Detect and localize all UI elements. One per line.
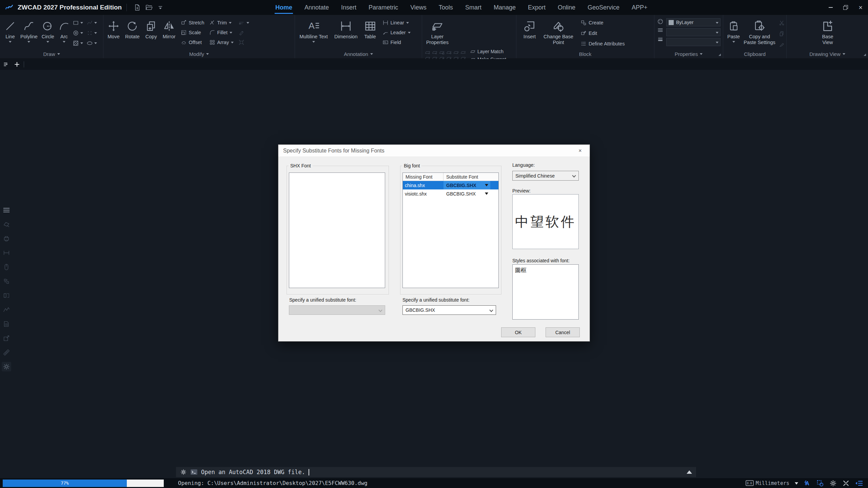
spline-button[interactable] — [86, 18, 97, 27]
units-indicator[interactable]: 0.0 Millimeters — [746, 480, 789, 486]
mirror-button[interactable]: Mirror — [161, 18, 177, 40]
linetype-icon[interactable] — [657, 27, 664, 34]
edit-block-button[interactable]: Edit — [579, 29, 626, 38]
field-button[interactable]: Field — [381, 38, 412, 47]
move-button[interactable]: Move — [106, 18, 121, 40]
command-line-bar[interactable]: Open an AutoCAD 2018 DWG file. — [176, 467, 696, 477]
lineweight-dropdown[interactable] — [666, 38, 721, 46]
smart-voice-tool-icon[interactable] — [2, 277, 11, 286]
restore-button[interactable] — [838, 0, 853, 15]
export-tool-icon[interactable] — [2, 333, 11, 343]
cancel-button[interactable]: Cancel — [546, 327, 580, 337]
dialog-close-icon[interactable]: × — [575, 148, 585, 154]
layer-walk-icon[interactable] — [453, 50, 459, 55]
match-properties-button[interactable] — [778, 40, 786, 49]
panel-label-drawing-view[interactable]: Drawing View — [787, 50, 868, 58]
substitute-font-cell[interactable]: GBCBIG.SHX — [443, 181, 490, 189]
ok-button[interactable]: OK — [501, 327, 535, 337]
dropdown-caret-icon[interactable] — [485, 184, 488, 188]
tab-insert[interactable]: Insert — [341, 0, 356, 15]
layer-isolate-icon[interactable] — [460, 50, 466, 55]
open-file-button[interactable] — [143, 2, 155, 13]
change-base-point-button[interactable]: Change Base Point — [542, 18, 575, 46]
edit-polyline-button[interactable] — [237, 18, 250, 27]
array-button[interactable]: Array — [208, 38, 235, 47]
hatch-button[interactable] — [73, 39, 83, 47]
polyline-button[interactable]: Polyline — [19, 18, 39, 45]
layer-properties-button[interactable]: Layer Properties — [425, 18, 450, 46]
expand-command-history-button[interactable] — [687, 468, 692, 474]
copy-clip-button[interactable] — [778, 29, 786, 38]
shx-font-list[interactable] — [289, 172, 385, 288]
dropdown-caret-icon[interactable] — [485, 192, 488, 197]
lineweight-icon[interactable] — [657, 36, 664, 42]
dimension-button[interactable]: Dimension — [333, 18, 359, 40]
panel-launcher-icon[interactable] — [864, 54, 866, 56]
paste-button[interactable]: Paste — [726, 18, 741, 45]
big-font-table[interactable]: Missing Font Substitute Font china.shx G… — [402, 172, 499, 288]
block-compare-tool-icon[interactable] — [2, 291, 11, 300]
panel-label-modify[interactable]: Modify — [103, 50, 295, 58]
circle-button[interactable]: Circle — [40, 18, 56, 45]
settings-gear-icon[interactable] — [829, 480, 837, 487]
tab-home[interactable]: Home — [275, 0, 292, 15]
customize-quick-access-button[interactable] — [155, 2, 166, 13]
panel-label-draw[interactable]: Draw — [0, 50, 103, 58]
layer-lock-icon[interactable] — [439, 50, 445, 55]
color-dropdown[interactable]: ByLayer — [666, 18, 721, 26]
explode-button[interactable] — [237, 38, 250, 47]
multiline-text-button[interactable]: A Multiline Text — [298, 18, 330, 45]
style-list-item[interactable]: 圖框 — [513, 265, 578, 276]
new-file-button[interactable] — [132, 2, 143, 13]
color-picker-icon[interactable] — [657, 18, 664, 25]
panel-label-annotation[interactable]: Annotation — [295, 50, 422, 58]
tab-views[interactable]: Views — [410, 0, 427, 15]
file-compare-tool-icon[interactable] — [2, 319, 11, 329]
linear-dimension-button[interactable]: Linear — [381, 18, 412, 27]
rotate-button[interactable]: Rotate — [124, 18, 141, 40]
command-settings-gear-icon[interactable] — [180, 469, 187, 475]
bigfont-unified-dropdown[interactable]: GBCBIG.SHX — [402, 305, 496, 315]
tab-online[interactable]: Online — [558, 0, 575, 15]
layer-match-button[interactable]: Layer Match — [469, 48, 507, 54]
panel-launcher-icon[interactable] — [718, 54, 721, 56]
insert-block-button[interactable]: Insert — [522, 18, 537, 40]
measure-tool-icon[interactable] — [2, 348, 11, 357]
trim-button[interactable]: Trim — [208, 18, 235, 27]
tab-manage[interactable]: Manage — [494, 0, 516, 15]
copy-and-paste-settings-button[interactable]: Copy and Paste Settings — [743, 18, 776, 46]
close-button[interactable]: × — [853, 0, 868, 15]
toolbar-menu-icon[interactable] — [2, 205, 11, 215]
copy-button[interactable]: Copy — [144, 18, 159, 40]
smart-select-tool-icon[interactable] — [2, 220, 11, 229]
language-dropdown[interactable]: Simplified Chinese — [512, 171, 579, 181]
graph-compare-tool-icon[interactable] — [2, 305, 11, 314]
tab-parametric[interactable]: Parametric — [369, 0, 398, 15]
panel-label-block[interactable]: Block — [516, 50, 654, 58]
drawing-tab-list-button[interactable] — [3, 61, 10, 68]
donut-button[interactable] — [73, 28, 83, 37]
leader-button[interactable]: Leader — [381, 28, 412, 37]
tab-smart[interactable]: Smart — [465, 0, 481, 15]
point-button[interactable] — [86, 28, 97, 37]
rectangle-button[interactable] — [73, 18, 83, 27]
define-attributes-button[interactable]: Define Attributes — [579, 39, 626, 48]
smart-dimension-tool-icon[interactable] — [2, 248, 11, 258]
smart-plot-tool-icon[interactable] — [2, 234, 11, 243]
fillet-button[interactable]: Fillet — [208, 28, 235, 37]
table-row[interactable]: visiotc.shx GBCBIG.SHX — [403, 189, 498, 198]
linetype-dropdown[interactable] — [666, 28, 721, 36]
stretch-button[interactable]: Stretch — [180, 18, 205, 27]
table-button[interactable]: Table — [362, 18, 378, 40]
annotation-scale-icon[interactable]: A — [804, 480, 811, 487]
clean-screen-icon[interactable] — [842, 480, 850, 487]
layer-color-icon[interactable] — [446, 50, 452, 55]
arc-button[interactable]: Arc — [57, 18, 71, 45]
toolbar-settings-gear-icon[interactable] — [2, 362, 11, 371]
layer-freeze-icon[interactable] — [432, 50, 437, 55]
tab-geoservice[interactable]: GeoService — [588, 0, 619, 15]
cut-button[interactable] — [778, 18, 786, 27]
minimize-button[interactable] — [823, 0, 838, 15]
selection-cycling-icon[interactable] — [816, 480, 824, 487]
column-header-substitute-font[interactable]: Substitute Font — [443, 173, 490, 181]
